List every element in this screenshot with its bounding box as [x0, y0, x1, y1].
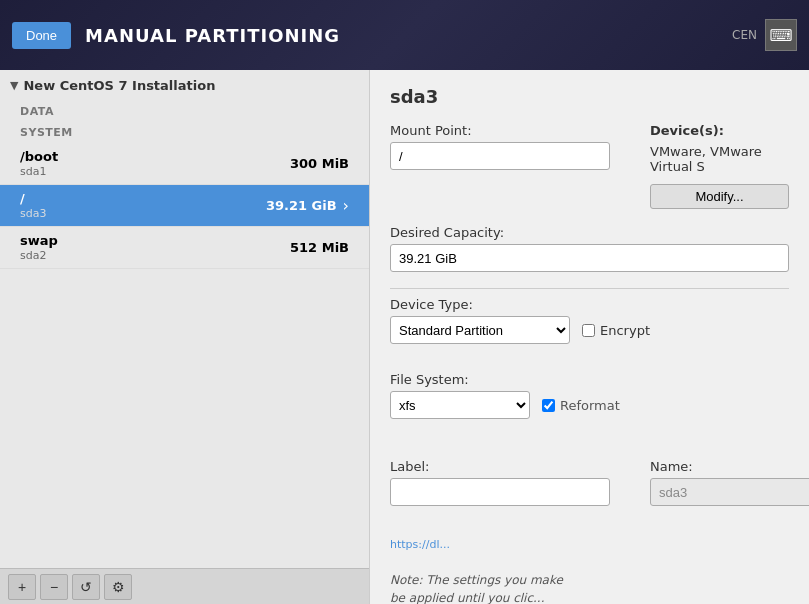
label-input[interactable]	[390, 478, 610, 506]
header-right: CEN ⌨	[732, 19, 797, 51]
centos-label: CEN	[732, 28, 757, 42]
label-label: Label:	[390, 459, 610, 474]
partition-swap-left: swap sda2	[20, 233, 58, 262]
partition-root-arrow-icon: ›	[343, 196, 349, 215]
left-toolbar: + − ↺ ⚙	[0, 568, 369, 604]
mount-point-label: Mount Point:	[390, 123, 610, 138]
config-button[interactable]: ⚙	[104, 574, 132, 600]
tree-root-label: New CentOS 7 Installation	[23, 78, 215, 93]
devices-label: Device(s):	[650, 123, 789, 138]
partition-swap-sub: sda2	[20, 249, 58, 262]
remove-partition-button[interactable]: −	[40, 574, 68, 600]
device-type-group: Device Type: Standard Partition LVM LVM …	[390, 297, 789, 360]
partition-boot-sub: sda1	[20, 165, 58, 178]
tree-root[interactable]: ▼ New CentOS 7 Installation	[0, 70, 369, 101]
page-title: MANUAL PARTITIONING	[85, 25, 340, 46]
label-name-row: Label: Name:	[390, 459, 789, 506]
partition-root-name: /	[20, 191, 46, 206]
desired-capacity-label: Desired Capacity:	[390, 225, 789, 240]
reformat-label[interactable]: Reformat	[542, 398, 620, 413]
done-button[interactable]: Done	[12, 22, 71, 49]
device-type-select[interactable]: Standard Partition LVM LVM Thin Provisio…	[390, 316, 570, 344]
devices-group: Device(s): VMware, VMware Virtual S Modi…	[650, 123, 789, 209]
left-panel: ▼ New CentOS 7 Installation DATA SYSTEM …	[0, 70, 370, 604]
device-type-row: Standard Partition LVM LVM Thin Provisio…	[390, 316, 789, 344]
partition-swap-size: 512 MiB	[290, 240, 349, 255]
name-input	[650, 478, 809, 506]
partition-item-boot[interactable]: /boot sda1 300 MiB	[0, 143, 369, 185]
desired-capacity-group: Desired Capacity:	[390, 225, 789, 272]
partition-boot-left: /boot sda1	[20, 149, 58, 178]
url-text[interactable]: https://dl...	[390, 538, 450, 551]
tree-arrow-icon: ▼	[10, 79, 18, 92]
encrypt-label[interactable]: Encrypt	[582, 323, 650, 338]
partition-boot-name: /boot	[20, 149, 58, 164]
keyboard-icon[interactable]: ⌨	[765, 19, 797, 51]
partition-root-sub: sda3	[20, 207, 46, 220]
filesystem-select[interactable]: xfs ext4 ext3 ext2 vfat swap biosboot	[390, 391, 530, 419]
name-group: Name:	[650, 459, 809, 506]
partition-tree: ▼ New CentOS 7 Installation DATA SYSTEM …	[0, 70, 369, 568]
reformat-checkbox[interactable]	[542, 399, 555, 412]
filesystem-label: File System:	[390, 372, 789, 387]
encrypt-checkbox[interactable]	[582, 324, 595, 337]
partition-item-swap[interactable]: swap sda2 512 MiB	[0, 227, 369, 269]
partition-swap-name: swap	[20, 233, 58, 248]
reformat-text: Reformat	[560, 398, 620, 413]
modify-button[interactable]: Modify...	[650, 184, 789, 209]
mount-devices-row: Mount Point: Device(s): VMware, VMware V…	[390, 123, 789, 209]
mount-point-group: Mount Point:	[390, 123, 610, 209]
divider-1	[390, 288, 789, 289]
main-layout: ▼ New CentOS 7 Installation DATA SYSTEM …	[0, 70, 809, 604]
partition-item-root[interactable]: / sda3 39.21 GiB ›	[0, 185, 369, 227]
devices-value: VMware, VMware Virtual S	[650, 144, 789, 174]
note-text: Note: The settings you make be applied u…	[390, 571, 789, 604]
partition-root-right: 39.21 GiB ›	[266, 196, 349, 215]
partition-root-size: 39.21 GiB	[266, 198, 337, 213]
label-group: Label:	[390, 459, 610, 506]
section-system-label: SYSTEM	[0, 122, 369, 143]
refresh-button[interactable]: ↺	[72, 574, 100, 600]
add-partition-button[interactable]: +	[8, 574, 36, 600]
filesystem-group: File System: xfs ext4 ext3 ext2 vfat swa…	[390, 372, 789, 439]
detail-title: sda3	[390, 86, 789, 107]
right-panel: sda3 Mount Point: Device(s): VMware, VMw…	[370, 70, 809, 604]
mount-point-input[interactable]	[390, 142, 610, 170]
partition-boot-size: 300 MiB	[290, 156, 349, 171]
name-label: Name:	[650, 459, 809, 474]
filesystem-row: xfs ext4 ext3 ext2 vfat swap biosboot Re…	[390, 391, 789, 419]
header: Done MANUAL PARTITIONING CEN ⌨	[0, 0, 809, 70]
encrypt-text: Encrypt	[600, 323, 650, 338]
section-data-label: DATA	[0, 101, 369, 122]
note-area: https://dl... Note: The settings you mak…	[390, 536, 789, 604]
partition-root-left: / sda3	[20, 191, 46, 220]
desired-capacity-input[interactable]	[390, 244, 789, 272]
device-type-label: Device Type:	[390, 297, 789, 312]
